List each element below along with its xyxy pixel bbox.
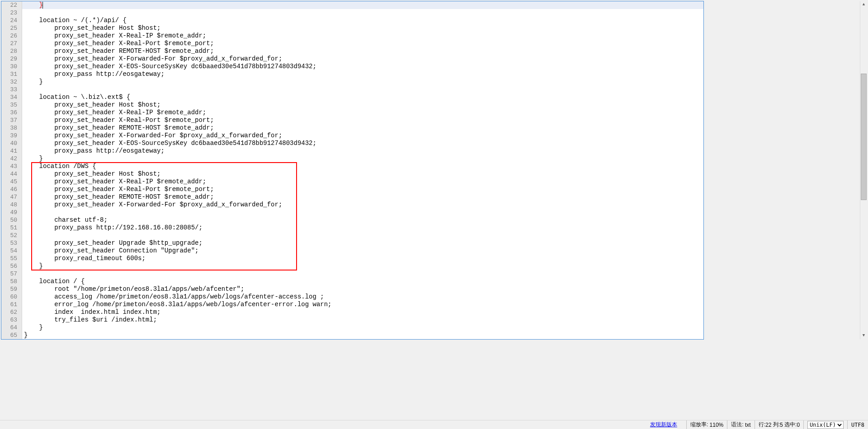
line-number: 44 xyxy=(1,170,22,178)
line-number: 64 xyxy=(1,324,22,331)
code-line[interactable]: proxy_set_header X-Real-IP $remote_addr; xyxy=(22,178,703,186)
code-line[interactable]: } xyxy=(22,262,703,270)
eol-select[interactable]: Unix(LF) xyxy=(807,421,844,429)
editor-frame: 2223242526272829303132333435363738394041… xyxy=(1,1,704,340)
encoding-cell[interactable]: UTF8 xyxy=(847,420,868,429)
code-line[interactable]: error_log /home/primeton/eos8.3la1/apps/… xyxy=(22,301,703,308)
code-line[interactable]: proxy_set_header X-Real-IP $remote_addr; xyxy=(22,32,703,40)
code-line[interactable]: } xyxy=(22,331,703,339)
code-line[interactable]: root "/home/primeton/eos8.3la1/apps/web/… xyxy=(22,285,703,293)
line-number: 46 xyxy=(1,186,22,193)
code-line[interactable]: proxy_pass http://192.168.16.80:28085/; xyxy=(22,224,703,232)
code-line[interactable]: location / { xyxy=(22,278,703,285)
line-number: 35 xyxy=(1,101,22,109)
scroll-down-button[interactable]: ▼ xyxy=(860,332,867,339)
line-number: 43 xyxy=(1,163,22,170)
code-line[interactable] xyxy=(22,86,703,93)
code-line[interactable] xyxy=(22,270,703,278)
code-line[interactable]: proxy_set_header X-Real-Port $remote_por… xyxy=(22,186,703,193)
code-line[interactable] xyxy=(22,9,703,17)
code-line[interactable]: proxy_set_header REMOTE-HOST $remote_add… xyxy=(22,193,703,201)
line-number: 25 xyxy=(1,24,22,32)
line-number: 63 xyxy=(1,316,22,324)
line-number: 34 xyxy=(1,93,22,101)
pos-col-label: 列: xyxy=(773,421,780,429)
line-number: 29 xyxy=(1,55,22,63)
line-number-gutter: 2223242526272829303132333435363738394041… xyxy=(1,1,22,339)
line-number: 50 xyxy=(1,216,22,224)
code-line[interactable]: proxy_set_header Upgrade $http_upgrade; xyxy=(22,239,703,247)
code-line[interactable]: proxy_set_header REMOTE-HOST $remote_add… xyxy=(22,47,703,55)
code-line[interactable] xyxy=(22,209,703,216)
line-number: 61 xyxy=(1,301,22,308)
pos-line-label: 行: xyxy=(759,421,765,429)
line-number: 30 xyxy=(1,63,22,70)
sel-value: 0 xyxy=(797,422,800,428)
code-line[interactable]: index index.html index.htm; xyxy=(22,308,703,316)
code-line[interactable]: location /DWS { xyxy=(22,163,703,170)
line-number: 58 xyxy=(1,278,22,285)
code-line[interactable]: } xyxy=(22,155,703,163)
line-number: 57 xyxy=(1,270,22,278)
line-number: 28 xyxy=(1,47,22,55)
code-line[interactable]: proxy_set_header X-Forwarded-For $proxy_… xyxy=(22,55,703,63)
code-line[interactable]: proxy_set_header Host $host; xyxy=(22,24,703,32)
code-line[interactable]: proxy_set_header X-Real-IP $remote_addr; xyxy=(22,109,703,117)
code-line[interactable] xyxy=(22,232,703,239)
code-line[interactable]: proxy_set_header Host $host; xyxy=(22,170,703,178)
line-number: 59 xyxy=(1,285,22,293)
vertical-scrollbar[interactable]: ▲ ▼ xyxy=(860,1,867,339)
code-line[interactable]: } xyxy=(22,324,703,331)
lang-value: txt xyxy=(745,422,751,428)
code-line[interactable]: proxy_set_header X-EOS-SourceSysKey dc6b… xyxy=(22,140,703,147)
line-number: 41 xyxy=(1,147,22,155)
code-line[interactable]: location ~ /(.*)/api/ { xyxy=(22,17,703,24)
sel-label: 选中: xyxy=(784,421,797,429)
zoom-value: 110% xyxy=(710,422,724,428)
code-line[interactable]: } xyxy=(22,78,703,86)
line-number: 36 xyxy=(1,109,22,117)
code-area[interactable]: } location ~ /(.*)/api/ { proxy_set_head… xyxy=(22,1,703,339)
line-number: 62 xyxy=(1,308,22,316)
scroll-thumb[interactable] xyxy=(861,74,867,200)
line-number: 24 xyxy=(1,17,22,24)
code-line[interactable]: location ~ \.biz\.ext$ { xyxy=(22,93,703,101)
line-number: 56 xyxy=(1,262,22,270)
line-number: 22 xyxy=(1,1,22,9)
code-line[interactable]: try_files $uri /index.html; xyxy=(22,316,703,324)
code-line[interactable]: proxy_set_header Connection "Upgrade"; xyxy=(22,247,703,255)
line-number: 54 xyxy=(1,247,22,255)
pos-line: 22 xyxy=(765,422,771,428)
eol-cell[interactable]: Unix(LF) xyxy=(803,420,847,429)
line-number: 55 xyxy=(1,255,22,262)
line-number: 26 xyxy=(1,32,22,40)
scroll-up-button[interactable]: ▲ xyxy=(860,1,867,8)
line-number: 39 xyxy=(1,132,22,140)
line-number: 27 xyxy=(1,40,22,47)
new-version-link[interactable]: 发现新版本 xyxy=(650,421,677,429)
code-line[interactable]: proxy_set_header X-Real-Port $remote_por… xyxy=(22,117,703,124)
line-number: 52 xyxy=(1,232,22,239)
line-number: 42 xyxy=(1,155,22,163)
line-number: 47 xyxy=(1,193,22,201)
code-line[interactable]: proxy_pass http://eosgateway; xyxy=(22,147,703,155)
code-line[interactable]: proxy_set_header REMOTE-HOST $remote_add… xyxy=(22,124,703,132)
code-lines[interactable]: } location ~ /(.*)/api/ { proxy_set_head… xyxy=(22,1,703,339)
line-number: 31 xyxy=(1,70,22,78)
code-line[interactable]: proxy_set_header X-Real-Port $remote_por… xyxy=(22,40,703,47)
line-number: 23 xyxy=(1,9,22,17)
zoom-cell: 缩放率: 110% xyxy=(686,420,727,429)
code-line[interactable]: proxy_pass http://eosgateway; xyxy=(22,70,703,78)
code-line[interactable]: proxy_set_header Host $host; xyxy=(22,101,703,109)
code-line[interactable]: proxy_set_header X-EOS-SourceSysKey dc6b… xyxy=(22,63,703,70)
lang-cell: 语法: txt xyxy=(727,420,754,429)
code-line[interactable]: access_log /home/primeton/eos8.3la1/apps… xyxy=(22,293,703,301)
pos-col: 5 xyxy=(780,422,783,428)
code-line[interactable]: charset utf-8; xyxy=(22,216,703,224)
code-line[interactable]: } xyxy=(22,1,703,9)
code-line[interactable]: proxy_read_timeout 600s; xyxy=(22,255,703,262)
line-number: 53 xyxy=(1,239,22,247)
line-number: 40 xyxy=(1,140,22,147)
code-line[interactable]: proxy_set_header X-Forwarded-For $proxy_… xyxy=(22,132,703,140)
code-line[interactable]: proxy_set_header X-Forwarded-For $proxy_… xyxy=(22,201,703,209)
